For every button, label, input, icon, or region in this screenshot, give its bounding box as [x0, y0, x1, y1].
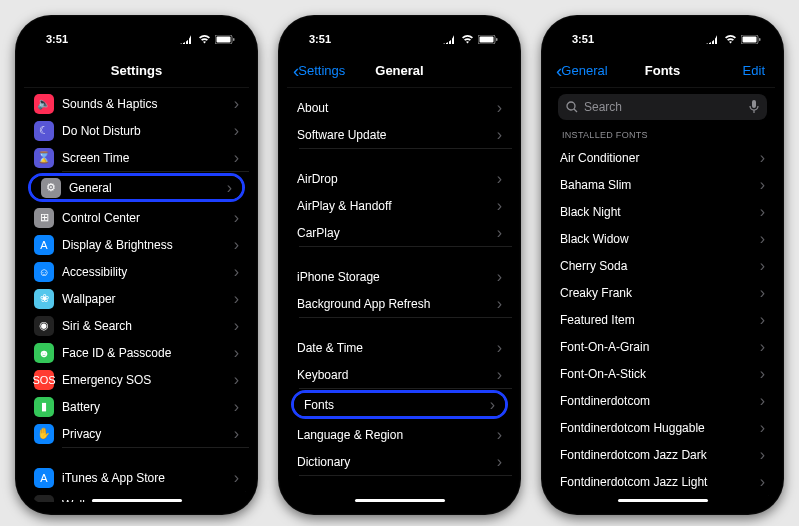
row-fontdinerdotcom-huggable[interactable]: Fontdinerdotcom Huggable ›	[550, 414, 775, 441]
row-label: Accessibility	[62, 265, 234, 279]
row-black-night[interactable]: Black Night ›	[550, 198, 775, 225]
row-about[interactable]: About ›	[287, 94, 512, 121]
row-cherry-soda[interactable]: Cherry Soda ›	[550, 252, 775, 279]
row-label: Font-On-A-Stick	[560, 367, 760, 381]
highlight-general: ⚙︎ General ›	[28, 173, 245, 202]
general-list[interactable]: About › Software Update › AirDrop › AirP…	[287, 88, 512, 502]
home-indicator[interactable]	[355, 499, 445, 502]
row-black-widow[interactable]: Black Widow ›	[550, 225, 775, 252]
row-carplay[interactable]: CarPlay ›	[287, 219, 512, 246]
row-label: Dictionary	[297, 455, 497, 469]
search-input[interactable]: Search	[558, 94, 767, 120]
row-label: Creaky Frank	[560, 286, 760, 300]
row-bahama-slim[interactable]: Bahama Slim ›	[550, 171, 775, 198]
battery-icon	[478, 35, 498, 44]
row-label: Screen Time	[62, 151, 234, 165]
row-language-region[interactable]: Language & Region ›	[287, 421, 512, 448]
settings-row-accessibility[interactable]: ☺ Accessibility ›	[24, 258, 249, 285]
settings-row-display-brightness[interactable]: A Display & Brightness ›	[24, 231, 249, 258]
settings-list[interactable]: 🔈 Sounds & Haptics › ☾ Do Not Disturb › …	[24, 88, 249, 502]
row-label: Background App Refresh	[297, 297, 497, 311]
row-label: AirDrop	[297, 172, 497, 186]
settings-row-do-not-disturb[interactable]: ☾ Do Not Disturb ›	[24, 117, 249, 144]
row-label: Battery	[62, 400, 234, 414]
nav-bar: Settings	[24, 54, 249, 88]
row-label: Black Widow	[560, 232, 760, 246]
svg-rect-6	[233, 38, 235, 41]
chevron-right-icon: ›	[234, 290, 239, 308]
row-airplay-handoff[interactable]: AirPlay & Handoff ›	[287, 192, 512, 219]
fonts-list[interactable]: Search INSTALLED FONTS Air Conditioner ›…	[550, 88, 775, 502]
row-fontdinerdotcom[interactable]: Fontdinerdotcom ›	[550, 387, 775, 414]
row-label: Cherry Soda	[560, 259, 760, 273]
settings-row-itunes-app-store[interactable]: A iTunes & App Store ›	[24, 464, 249, 491]
row-creaky-frank[interactable]: Creaky Frank ›	[550, 279, 775, 306]
chevron-right-icon: ›	[234, 425, 239, 443]
back-button[interactable]: ‹Settings	[293, 61, 345, 80]
settings-row-general[interactable]: ⚙︎ General ›	[31, 176, 242, 199]
settings-row-privacy[interactable]: ✋ Privacy ›	[24, 420, 249, 447]
sounds-haptics-icon: 🔈	[34, 94, 54, 114]
edit-button[interactable]: Edit	[743, 63, 765, 78]
row-dictionary[interactable]: Dictionary ›	[287, 448, 512, 475]
general-icon: ⚙︎	[41, 178, 61, 198]
row-label: Fontdinerdotcom Jazz Light	[560, 475, 760, 489]
row-fontdinerdotcom-jazz-light[interactable]: Fontdinerdotcom Jazz Light ›	[550, 468, 775, 495]
iphone-frame: 3:51 ‹General Fonts Edit Search INSTALLE…	[541, 15, 784, 515]
settings-row-sounds-haptics[interactable]: 🔈 Sounds & Haptics ›	[24, 90, 249, 117]
row-date-time[interactable]: Date & Time ›	[287, 334, 512, 361]
back-button[interactable]: ‹General	[556, 61, 608, 80]
settings-row-emergency-sos[interactable]: SOS Emergency SOS ›	[24, 366, 249, 393]
row-font-on-a-stick[interactable]: Font-On-A-Stick ›	[550, 360, 775, 387]
chevron-right-icon: ›	[497, 426, 502, 444]
row-background-app-refresh[interactable]: Background App Refresh ›	[287, 290, 512, 317]
home-indicator[interactable]	[92, 499, 182, 502]
row-keyboard[interactable]: Keyboard ›	[287, 361, 512, 388]
notch	[82, 24, 192, 44]
wifi-icon	[198, 35, 211, 44]
row-label: Sounds & Haptics	[62, 97, 234, 111]
chevron-right-icon: ›	[234, 149, 239, 167]
status-time: 3:51	[572, 33, 594, 45]
row-font-on-a-grain[interactable]: Font-On-A-Grain ›	[550, 333, 775, 360]
settings-row-battery[interactable]: ▮ Battery ›	[24, 393, 249, 420]
row-label: Fontdinerdotcom Huggable	[560, 421, 760, 435]
nav-title: Settings	[111, 63, 162, 78]
row-air-conditioner[interactable]: Air Conditioner ›	[550, 144, 775, 171]
svg-rect-13	[496, 38, 498, 41]
chevron-right-icon: ›	[760, 284, 765, 302]
mic-icon[interactable]	[749, 100, 759, 114]
row-label: Fontdinerdotcom Jazz Dark	[560, 448, 760, 462]
home-indicator[interactable]	[618, 499, 708, 502]
row-label: General	[69, 181, 227, 195]
settings-row-face-id-passcode[interactable]: ☻ Face ID & Passcode ›	[24, 339, 249, 366]
settings-row-screen-time[interactable]: ⌛ Screen Time ›	[24, 144, 249, 171]
chevron-right-icon: ›	[234, 236, 239, 254]
back-label: Settings	[298, 63, 345, 78]
settings-row-wallpaper[interactable]: ❀ Wallpaper ›	[24, 285, 249, 312]
row-label: Fontdinerdotcom	[560, 394, 760, 408]
row-label: iTunes & App Store	[62, 471, 234, 485]
chevron-right-icon: ›	[497, 170, 502, 188]
chevron-right-icon: ›	[760, 392, 765, 410]
chevron-right-icon: ›	[497, 268, 502, 286]
row-fonts[interactable]: Fonts ›	[294, 393, 505, 416]
nav-title: Fonts	[645, 63, 680, 78]
svg-rect-20	[759, 38, 761, 41]
row-software-update[interactable]: Software Update ›	[287, 121, 512, 148]
settings-row-control-center[interactable]: ⊞ Control Center ›	[24, 204, 249, 231]
emergency-sos-icon: SOS	[34, 370, 54, 390]
chevron-right-icon: ›	[760, 230, 765, 248]
settings-row-siri-search[interactable]: ◉ Siri & Search ›	[24, 312, 249, 339]
row-featured-item[interactable]: Featured Item ›	[550, 306, 775, 333]
chevron-right-icon: ›	[497, 295, 502, 313]
row-label: Bahama Slim	[560, 178, 760, 192]
row-iphone-storage[interactable]: iPhone Storage ›	[287, 263, 512, 290]
itunes-app-store-icon: A	[34, 468, 54, 488]
row-fontdinerdotcom-jazz-dark[interactable]: Fontdinerdotcom Jazz Dark ›	[550, 441, 775, 468]
chevron-right-icon: ›	[760, 176, 765, 194]
accessibility-icon: ☺	[34, 262, 54, 282]
row-airdrop[interactable]: AirDrop ›	[287, 165, 512, 192]
row-label: About	[297, 101, 497, 115]
chevron-right-icon: ›	[234, 344, 239, 362]
